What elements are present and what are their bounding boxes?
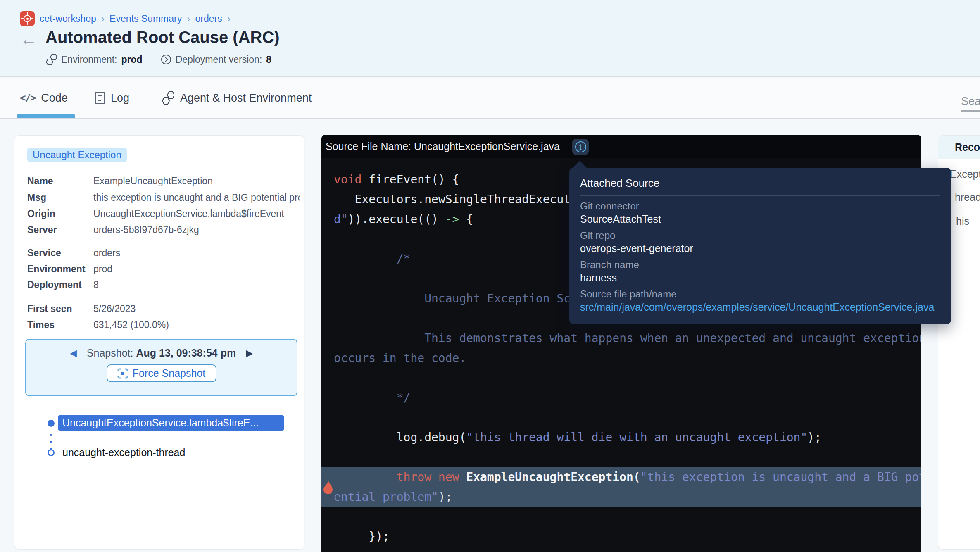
source-file-path-label: Source file path/name — [580, 288, 940, 300]
snapshot-box: ◀ Snapshot: Aug 13, 09:38:54 pm ▶ Force … — [25, 339, 297, 396]
stack-connector-dot — [50, 441, 52, 443]
tab-code[interactable]: </> Code — [20, 78, 68, 118]
branch-name-label: Branch name — [580, 259, 940, 271]
snapshot-timestamp: Aug 13, 09:38:54 pm — [136, 347, 236, 359]
stack-frame-thread[interactable]: uncaught-exception-thread — [62, 446, 185, 459]
source-file-path-link[interactable]: src/main/java/com/overops/examples/servi… — [580, 301, 940, 313]
breadcrumb: cet-workshop › Events Summary › orders › — [20, 11, 231, 26]
attached-source-tooltip: Attached Source Git connector SourceAtta… — [569, 168, 951, 324]
environment-label: Environment: — [61, 54, 117, 65]
detail-row-first-seen: First seen5/26/2023 — [27, 302, 136, 315]
agent-hexagons-icon — [162, 91, 174, 105]
stack-frame-bullet-icon — [48, 420, 55, 427]
detail-row-server: Serverorders-5b8f97d67b-6zjkg — [27, 224, 199, 236]
header-meta: Environment: prod Deployment version: 8 — [46, 54, 271, 65]
detail-row-environment: Environmentprod — [27, 263, 112, 275]
git-repo-label: Git repo — [580, 230, 940, 241]
code-tab-icon: </> — [20, 92, 35, 104]
info-icon: i — [575, 141, 586, 152]
tooltip-divider — [580, 195, 940, 196]
stack-connector-dot — [50, 434, 52, 436]
breadcrumb-separator: › — [187, 14, 190, 24]
tab-agent-label: Agent & Host Environment — [180, 92, 312, 105]
stack-thread-circle-icon — [48, 449, 55, 456]
detail-row-times: Times631,452 (100.0%) — [27, 319, 169, 331]
right-panel-item[interactable]: Excepti — [950, 168, 980, 180]
detail-row-service: Serviceorders — [27, 247, 120, 259]
deployment-label: Deployment version: — [176, 54, 262, 65]
detail-row-name: NameExampleUncaughtException — [27, 175, 213, 187]
page-header: cet-workshop › Events Summary › orders ›… — [0, 0, 980, 77]
git-connector-value: SourceAttachTest — [580, 213, 940, 225]
environment-value: prod — [121, 54, 143, 65]
code-panel-header: Source File Name: UncaughtExceptionServi… — [321, 135, 921, 158]
right-panel-header: Recor — [938, 136, 980, 159]
search-input-wrap — [961, 95, 980, 112]
force-snapshot-icon — [117, 368, 128, 379]
deployment-value: 8 — [266, 54, 271, 65]
tab-code-label: Code — [41, 92, 68, 105]
tooltip-title: Attached Source — [580, 177, 940, 190]
environment-hexagon-icon — [46, 54, 57, 65]
active-tab-underline — [17, 114, 75, 118]
git-connector-label: Git connector — [580, 200, 940, 212]
source-file-name: Source File Name: UncaughtExceptionServi… — [326, 140, 560, 152]
page-title: Automated Root Cause (ARC) — [45, 28, 280, 47]
breadcrumb-link-orders[interactable]: orders — [195, 13, 222, 24]
error-flame-icon — [321, 480, 335, 496]
right-panel-item[interactable]: hread- — [955, 191, 980, 203]
back-arrow-icon[interactable]: ← — [20, 31, 37, 48]
event-details-card: Uncaught Exception NameExampleUncaughtEx… — [14, 135, 304, 550]
detail-row-origin: OriginUncaughtExceptionService.lambda$fi… — [27, 207, 284, 220]
log-document-icon — [95, 92, 105, 104]
tab-bar: </> Code Log Agent & Host Environment — [0, 78, 980, 119]
force-snapshot-button[interactable]: Force Snapshot — [107, 364, 216, 382]
tab-log-label: Log — [111, 92, 129, 105]
search-input[interactable] — [961, 95, 980, 108]
snapshot-next-icon[interactable]: ▶ — [246, 348, 253, 359]
breadcrumb-link-workshop[interactable]: cet-workshop — [40, 13, 96, 24]
tab-log[interactable]: Log — [95, 78, 129, 118]
right-panel-item[interactable]: his — [956, 215, 969, 227]
breadcrumb-separator: › — [227, 14, 231, 24]
tab-agent-host-environment[interactable]: Agent & Host Environment — [162, 78, 312, 118]
force-snapshot-label: Force Snapshot — [133, 367, 206, 379]
deployment-version-icon — [161, 54, 171, 65]
branch-name-value: harness — [580, 272, 940, 284]
attached-source-info-button[interactable]: i — [572, 139, 589, 155]
tooltip-arrow — [571, 161, 588, 169]
detail-row-msg: Msgthis exception is uncaught and a BIG … — [27, 191, 300, 204]
git-repo-value: overops-event-generator — [580, 243, 940, 255]
breadcrumb-link-events-summary[interactable]: Events Summary — [109, 13, 182, 24]
app-logo-icon[interactable] — [20, 11, 35, 26]
breadcrumb-separator: › — [101, 14, 105, 24]
stack-frame-selected[interactable]: UncaughtExceptionService.lambda$fireE... — [58, 415, 284, 431]
event-type-badge: Uncaught Exception — [27, 148, 127, 162]
snapshot-prev-icon[interactable]: ◀ — [70, 348, 77, 359]
detail-row-deployment: Deployment8 — [27, 278, 99, 291]
snapshot-label: Snapshot: Aug 13, 09:38:54 pm — [87, 347, 236, 359]
